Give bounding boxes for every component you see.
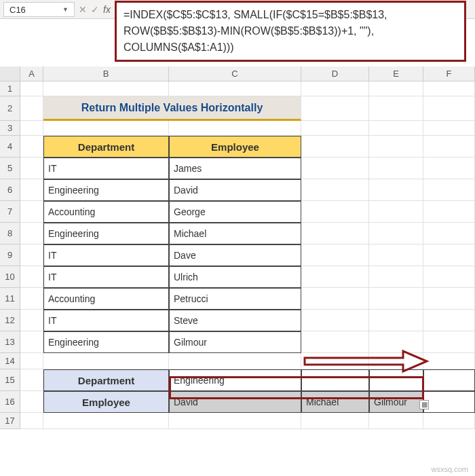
cell[interactable] xyxy=(369,201,423,223)
row-header[interactable]: 12 xyxy=(0,310,20,331)
cell[interactable] xyxy=(423,136,475,158)
col-header[interactable]: A xyxy=(20,67,43,81)
cell[interactable] xyxy=(43,121,169,136)
cell[interactable] xyxy=(301,331,369,353)
table-row[interactable]: Dave xyxy=(169,244,301,266)
fill-handle-icon[interactable]: ▦ xyxy=(419,400,429,409)
cell[interactable] xyxy=(20,179,43,201)
cell[interactable] xyxy=(20,288,43,310)
cell[interactable] xyxy=(301,223,369,244)
cell[interactable] xyxy=(20,136,43,158)
table-row[interactable]: James xyxy=(169,158,301,179)
cell[interactable] xyxy=(369,121,423,136)
result-cell[interactable]: Gilmour xyxy=(369,391,423,413)
row-header[interactable]: 17 xyxy=(0,413,20,429)
cell[interactable] xyxy=(20,201,43,223)
row-header[interactable]: 5 xyxy=(0,158,20,179)
cell[interactable] xyxy=(20,121,43,136)
cell[interactable] xyxy=(20,266,43,288)
table-row[interactable]: David xyxy=(169,179,301,201)
cell[interactable] xyxy=(301,413,369,429)
page-title[interactable]: Return Multiple Values Horizontally xyxy=(43,96,301,121)
cell[interactable] xyxy=(301,96,369,121)
cancel-icon[interactable]: ✕ xyxy=(79,4,87,15)
row-header[interactable]: 3 xyxy=(0,121,20,136)
cell[interactable] xyxy=(20,310,43,331)
row-header[interactable]: 13 xyxy=(0,331,20,353)
table-header-emp[interactable]: Employee xyxy=(169,136,301,158)
table-row[interactable]: IT xyxy=(43,310,169,331)
table-row[interactable]: Michael xyxy=(169,223,301,244)
cell[interactable] xyxy=(369,353,423,369)
cell[interactable] xyxy=(369,413,423,429)
cell[interactable] xyxy=(369,310,423,331)
table-row[interactable]: George xyxy=(169,201,301,223)
cell[interactable] xyxy=(423,413,475,429)
table-row[interactable]: Engineering xyxy=(43,223,169,244)
col-header[interactable]: B xyxy=(43,67,169,81)
cell[interactable] xyxy=(20,391,43,413)
table-row[interactable]: Ulrich xyxy=(169,266,301,288)
cell[interactable] xyxy=(369,369,423,391)
table-header-dept[interactable]: Department xyxy=(43,136,169,158)
cell[interactable] xyxy=(43,81,169,96)
lookup-emp-label[interactable]: Employee xyxy=(43,391,169,413)
cell[interactable] xyxy=(20,244,43,266)
col-header[interactable]: F xyxy=(423,67,475,81)
cell[interactable] xyxy=(423,223,475,244)
cell[interactable] xyxy=(369,244,423,266)
cell[interactable] xyxy=(423,201,475,223)
cell[interactable] xyxy=(43,353,169,369)
cell[interactable] xyxy=(20,96,43,121)
cell[interactable] xyxy=(423,179,475,201)
row-header[interactable]: 16 xyxy=(0,391,20,413)
row-header[interactable]: 10 xyxy=(0,266,20,288)
cell[interactable] xyxy=(301,288,369,310)
row-header[interactable]: 4 xyxy=(0,136,20,158)
cell[interactable] xyxy=(20,81,43,96)
col-header[interactable]: E xyxy=(369,67,423,81)
cell[interactable] xyxy=(423,310,475,331)
table-row[interactable]: Engineering xyxy=(43,331,169,353)
accept-icon[interactable]: ✓ xyxy=(91,4,99,15)
cell[interactable] xyxy=(423,96,475,121)
col-header[interactable]: D xyxy=(301,67,369,81)
cell[interactable] xyxy=(301,158,369,179)
cell[interactable] xyxy=(20,413,43,429)
col-header[interactable]: C xyxy=(169,67,301,81)
formula-bar[interactable]: =INDEX($C$5:$C$13, SMALL(IF($C$15=$B$5:$… xyxy=(115,1,466,62)
cell[interactable] xyxy=(423,331,475,353)
cell[interactable] xyxy=(20,353,43,369)
cell[interactable] xyxy=(301,266,369,288)
name-box[interactable]: C16 ▼ xyxy=(3,2,75,17)
cell[interactable] xyxy=(369,158,423,179)
cell[interactable] xyxy=(423,81,475,96)
cell[interactable] xyxy=(169,121,301,136)
result-cell[interactable]: Michael xyxy=(301,391,369,413)
cell[interactable] xyxy=(369,96,423,121)
cell[interactable] xyxy=(423,158,475,179)
cell[interactable] xyxy=(301,81,369,96)
table-row[interactable]: Steve xyxy=(169,310,301,331)
spreadsheet-grid[interactable]: A B C D E F 1 2 Return Multiple Values H… xyxy=(0,67,475,476)
cell[interactable] xyxy=(169,81,301,96)
cell[interactable] xyxy=(301,353,369,369)
cell[interactable] xyxy=(423,369,475,391)
cell[interactable] xyxy=(369,179,423,201)
cell[interactable] xyxy=(423,266,475,288)
cell[interactable] xyxy=(20,331,43,353)
cell[interactable] xyxy=(423,121,475,136)
cell[interactable] xyxy=(369,266,423,288)
cell[interactable] xyxy=(423,353,475,369)
cell[interactable] xyxy=(169,353,301,369)
cell[interactable] xyxy=(301,201,369,223)
cell[interactable] xyxy=(301,369,369,391)
row-header[interactable]: 14 xyxy=(0,353,20,369)
table-row[interactable]: IT xyxy=(43,266,169,288)
cell[interactable] xyxy=(301,310,369,331)
row-header[interactable]: 15 xyxy=(0,369,20,391)
cell[interactable] xyxy=(369,288,423,310)
table-row[interactable]: Gilmour xyxy=(169,331,301,353)
cell[interactable] xyxy=(20,369,43,391)
cell[interactable] xyxy=(423,244,475,266)
